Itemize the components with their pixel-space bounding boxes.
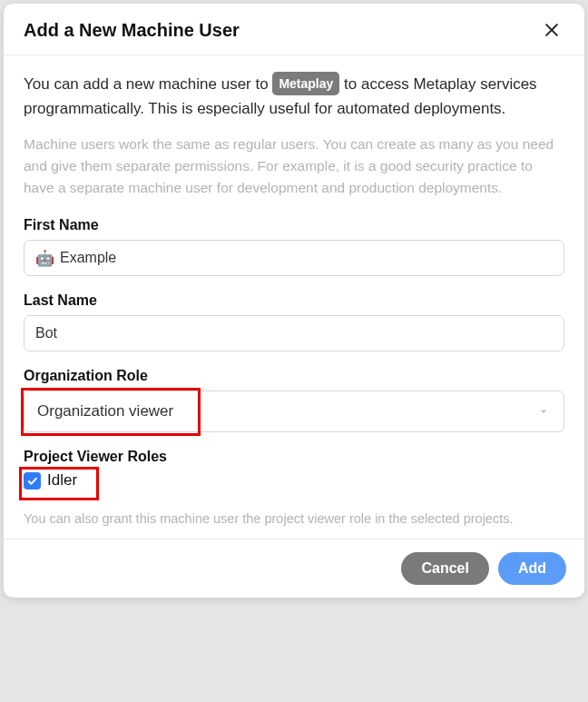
last-name-label: Last Name [24,292,564,309]
cancel-button[interactable]: Cancel [401,552,488,585]
check-icon [26,475,38,487]
modal-title: Add a New Machine User [24,20,240,41]
project-roles-group: Project Viewer Roles Idler [24,449,564,489]
last-name-input-wrapper[interactable] [24,315,564,351]
last-name-input[interactable] [35,325,553,341]
org-role-group: Organization Role Organization viewer [24,368,564,432]
close-button[interactable] [539,17,564,43]
project-role-checkbox[interactable] [24,472,41,489]
first-name-input[interactable] [60,250,553,266]
project-roles-label: Project Viewer Roles [24,449,564,465]
first-name-input-wrapper[interactable]: 🤖 [24,240,564,276]
intro-text: You can add a new machine user to Metapl… [24,72,564,121]
org-role-select[interactable]: Organization viewer [24,391,564,432]
robot-icon: 🤖 [35,251,54,266]
org-role-value: Organization viewer [37,402,173,420]
chevron-down-icon [536,404,551,419]
intro-prefix: You can add a new machine user to [24,75,272,93]
project-role-option-label: Idler [47,471,77,489]
org-role-label: Organization Role [24,368,564,384]
first-name-label: First Name [24,217,564,233]
modal-body: You can add a new machine user to Metapl… [4,55,584,539]
modal-footer: Cancel Add [4,539,584,598]
first-name-group: First Name 🤖 [24,217,564,276]
project-role-option[interactable]: Idler [24,471,77,489]
add-button[interactable]: Add [498,552,566,585]
modal-header: Add a New Machine User [4,4,584,55]
last-name-group: Last Name [24,292,564,351]
org-badge: Metaplay [272,72,339,95]
intro-subtext: Machine users work the same as regular u… [24,133,564,199]
close-icon [543,21,561,39]
add-machine-user-modal: Add a New Machine User You can add a new… [4,4,584,598]
helper-text: You can also grant this machine user the… [24,511,564,526]
